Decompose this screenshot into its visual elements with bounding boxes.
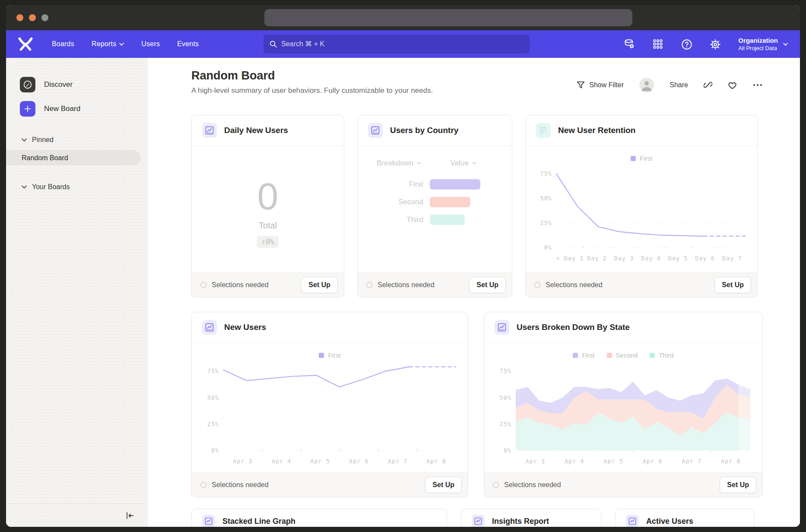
global-search[interactable] (263, 35, 530, 54)
legend-item[interactable]: First (631, 155, 652, 162)
card-title: New Users (224, 323, 266, 332)
copy-link-button[interactable] (704, 81, 712, 89)
sidebar-item-label: Random Board (22, 154, 68, 162)
nav-item-label: Users (141, 40, 160, 48)
nav-item-users[interactable]: Users (141, 40, 160, 48)
sidebar-item-random-board[interactable]: Random Board (6, 150, 141, 165)
url-bar[interactable] (264, 9, 632, 26)
setup-button[interactable]: Set Up (301, 277, 338, 293)
bar-row: First (358, 175, 512, 193)
legend-label: Second (616, 352, 638, 359)
card-title: Users by Country (390, 126, 458, 135)
svg-text:Apr 7: Apr 7 (682, 458, 701, 465)
chevron-down-icon (22, 185, 27, 189)
sidebar-item-label: New Board (44, 104, 80, 113)
sidebar-footer (6, 504, 148, 527)
legend-item[interactable]: Third (650, 352, 673, 359)
card-users-by-country: Users by Country Breakdown Value (357, 115, 512, 298)
card-title: New User Retention (558, 126, 635, 135)
svg-text:50%: 50% (540, 195, 552, 202)
sidebar-item-discover[interactable]: Discover (6, 75, 148, 94)
minimize-window-button[interactable] (29, 14, 36, 21)
svg-text:75%: 75% (499, 367, 511, 374)
svg-text:25%: 25% (540, 219, 552, 226)
card-new-user-retention: New User Retention First 0%25%50%75%< Da… (525, 115, 758, 298)
collapse-sidebar-icon[interactable] (125, 511, 135, 520)
setup-button[interactable]: Set Up (425, 477, 462, 493)
sidebar-section-pinned[interactable]: Pinned (6, 136, 148, 144)
bar-label: Second (358, 198, 423, 206)
legend-item[interactable]: Second (607, 352, 638, 359)
favorite-button[interactable] (728, 81, 737, 89)
nav-item-boards[interactable]: Boards (52, 40, 74, 48)
svg-text:Apr 4: Apr 4 (271, 458, 291, 465)
status-circle-icon (200, 282, 206, 288)
svg-text:50%: 50% (207, 394, 219, 401)
filter-funnel-icon (577, 81, 585, 89)
status-circle-icon (200, 482, 206, 488)
card-new-users: New Users First 0%25%50%75%Apr 3Apr 4Apr… (191, 312, 468, 497)
show-filter-button[interactable]: Show Filter (577, 81, 624, 89)
retention-chart: 0%25%50%75%< Day 1Day 2Day 3Day 4Day 5Da… (531, 164, 752, 264)
avatar[interactable] (639, 78, 654, 92)
page-title: Random Board (191, 69, 433, 82)
svg-text:Day 6: Day 6 (695, 255, 715, 262)
nav-item-label: Events (177, 40, 199, 48)
legend-item[interactable]: First (319, 352, 340, 359)
legend-chip-icon (631, 156, 636, 161)
help-icon[interactable] (681, 39, 692, 49)
top-navbar: Boards Reports Users Events (6, 30, 800, 58)
status-label: Selections needed (546, 281, 603, 289)
legend-item[interactable]: First (573, 352, 594, 359)
nav-item-events[interactable]: Events (177, 40, 199, 48)
data-management-icon[interactable] (624, 39, 635, 49)
sidebar-section-label: Your Boards (32, 183, 70, 191)
svg-text:Apr 7: Apr 7 (387, 458, 407, 465)
setup-button[interactable]: Set Up (714, 277, 751, 293)
line-chart-icon (368, 123, 383, 138)
status-circle-icon (366, 282, 372, 288)
svg-text:Apr 3: Apr 3 (525, 458, 545, 465)
legend-label: First (582, 352, 594, 359)
svg-text:25%: 25% (499, 421, 511, 428)
bar (430, 197, 470, 207)
search-input[interactable] (281, 40, 524, 48)
country-rows: FirstSecondThird (358, 175, 512, 228)
svg-text:Apr 8: Apr 8 (720, 458, 740, 465)
share-button[interactable]: Share (670, 81, 688, 89)
more-options-button[interactable] (752, 83, 763, 87)
value-dropdown[interactable]: Value (451, 159, 476, 168)
bar-label: First (358, 180, 423, 189)
apps-grid-icon[interactable] (653, 39, 663, 49)
svg-text:Day 4: Day 4 (641, 255, 661, 262)
svg-text:Apr 5: Apr 5 (603, 458, 623, 465)
svg-text:Day 2: Day 2 (587, 255, 607, 262)
svg-text:25%: 25% (207, 421, 219, 428)
legend-label: Third (659, 352, 673, 359)
sidebar-item-new-board[interactable]: New Board (6, 99, 148, 118)
close-window-button[interactable] (16, 14, 23, 21)
legend-label: First (640, 155, 652, 162)
settings-gear-icon[interactable] (710, 39, 720, 49)
card-insights-report: Insights Report (461, 509, 601, 527)
svg-text:< Day 1: < Day 1 (556, 255, 584, 262)
nav-item-reports[interactable]: Reports (92, 40, 124, 48)
setup-button[interactable]: Set Up (469, 277, 506, 293)
mixpanel-logo-icon[interactable] (18, 37, 33, 51)
browser-chrome (6, 5, 800, 30)
org-switcher[interactable]: Organization All Project Data (738, 36, 788, 52)
sidebar-section-your-boards[interactable]: Your Boards (6, 183, 148, 191)
setup-button[interactable]: Set Up (720, 477, 756, 493)
line-chart-icon (495, 320, 509, 335)
org-scope: All Project Data (738, 44, 778, 52)
zoom-window-button[interactable] (41, 14, 48, 21)
breakdown-dropdown[interactable]: Breakdown (377, 159, 421, 168)
chevron-down-icon (783, 43, 788, 46)
nav-menu: Boards Reports Users Events (52, 40, 199, 48)
card-stacked-line-graph: Stacked Line Graph (191, 509, 447, 527)
card-active-users: Active Users (615, 509, 754, 527)
traffic-lights[interactable] (16, 14, 48, 21)
svg-text:50%: 50% (499, 394, 511, 401)
users-by-state-chart: 0%25%50%75%Apr 3Apr 4Apr 5Apr 6Apr 7Apr … (491, 361, 756, 467)
chevron-down-icon (22, 138, 27, 142)
